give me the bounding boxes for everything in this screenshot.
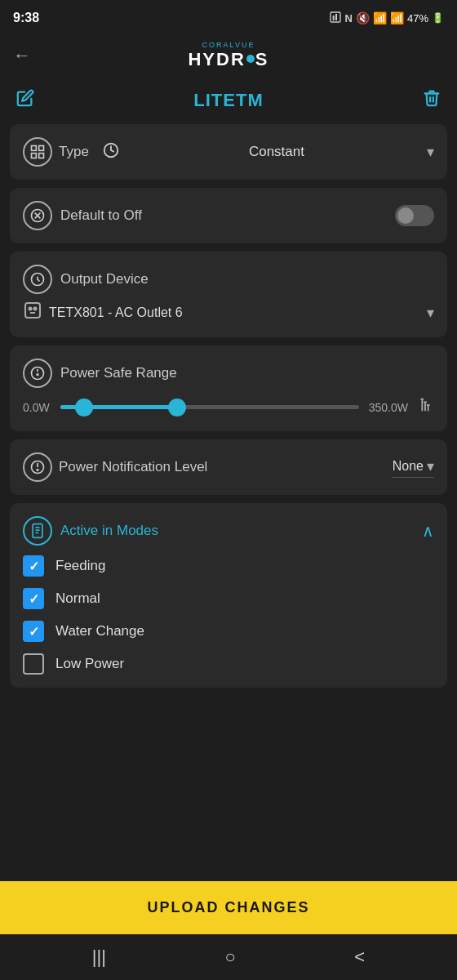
delete-icon[interactable]: [423, 89, 441, 112]
list-item[interactable]: ✓ Feeding: [23, 555, 434, 577]
status-icons: N 🔇 📶 📶 47% 🔋: [329, 11, 444, 26]
modes-title: Active in Modes: [60, 523, 414, 539]
output-device-select-row[interactable]: TETX801 - AC Outlet 6 ▾: [23, 301, 434, 324]
page-header: LITETM: [0, 82, 457, 124]
menu-button[interactable]: |||: [86, 940, 113, 974]
water-change-label: Water Change: [55, 623, 144, 639]
modes-icon: [23, 516, 52, 546]
type-label: Type: [59, 144, 89, 160]
water-change-checkbox[interactable]: ✓: [23, 621, 44, 642]
svg-point-14: [34, 308, 37, 310]
home-button[interactable]: ○: [219, 940, 242, 974]
power-safe-range-row: 0.0W 350.0W: [23, 396, 434, 418]
status-time: 9:38: [13, 11, 39, 25]
output-device-value: TETX801 - AC Outlet 6: [49, 305, 420, 320]
type-chevron-icon: ▾: [427, 143, 434, 161]
active-modes-card: Active in Modes ∧ ✓ Feeding ✓ Normal: [10, 503, 447, 688]
check-icon: ✓: [29, 624, 39, 639]
type-card: Type Constant ▾: [10, 124, 447, 180]
svg-rect-3: [32, 146, 37, 151]
nfc-icon: N: [345, 12, 353, 24]
output-device-chevron-icon: ▾: [427, 304, 434, 322]
logo-main: HYDRS: [188, 49, 268, 70]
type-value: Constant: [249, 144, 304, 160]
svg-rect-6: [32, 154, 37, 158]
power-notification-icon: [23, 452, 52, 482]
power-notification-value: None: [393, 459, 424, 474]
range-columns-icon[interactable]: [416, 396, 434, 418]
upload-changes-button[interactable]: UPLOAD CHANGES: [0, 881, 457, 934]
power-notification-card: Power Notification Level None ▾: [10, 439, 447, 495]
power-notification-row: Power Notification Level None ▾: [23, 452, 434, 482]
default-off-icon: [23, 201, 52, 230]
power-safe-header: Power Safe Range: [23, 359, 434, 388]
type-icon-power: [102, 141, 120, 163]
logo-sub: CORALVUE: [202, 41, 255, 49]
svg-rect-2: [335, 14, 337, 20]
wifi-icon: 📶: [373, 11, 387, 24]
battery-icon: 🔋: [432, 12, 444, 24]
range-min-value: 0.0W: [23, 401, 52, 414]
modes-list: ✓ Feeding ✓ Normal ✓ Water Change: [23, 555, 434, 675]
range-slider[interactable]: [60, 399, 359, 416]
output-device-icon: [23, 265, 52, 294]
normal-label: Normal: [55, 590, 100, 607]
type-icon: [23, 137, 52, 167]
mute-icon: 🔇: [356, 11, 370, 24]
low-power-checkbox[interactable]: [23, 653, 44, 675]
output-device-card: Output Device TETX801 - AC Outlet 6 ▾: [10, 252, 447, 337]
signal-icon: 📶: [390, 11, 404, 24]
logo: CORALVUE HYDRS: [188, 41, 268, 70]
main-content: Type Constant ▾ Default to: [0, 124, 457, 881]
low-power-label: Low Power: [55, 656, 124, 672]
power-notification-chevron-icon: ▾: [427, 457, 434, 475]
power-notification-label: Power Notification Level: [59, 459, 386, 475]
check-icon: ✓: [29, 591, 39, 607]
output-device-label: Output Device: [60, 271, 434, 287]
battery-percent: 47%: [407, 12, 428, 24]
list-item[interactable]: ✓ Normal: [23, 588, 434, 609]
power-notification-select[interactable]: None ▾: [393, 457, 434, 478]
top-nav: ← CORALVUE HYDRS: [0, 33, 457, 82]
edit-icon[interactable]: [16, 89, 34, 112]
default-off-row: Default to Off: [23, 201, 434, 230]
type-row[interactable]: Type Constant ▾: [23, 137, 434, 167]
sim-icon: [329, 11, 342, 26]
default-off-toggle[interactable]: [395, 205, 434, 226]
slider-thumb-left[interactable]: [75, 399, 93, 416]
svg-rect-1: [332, 16, 334, 20]
svg-rect-4: [39, 146, 44, 151]
svg-point-13: [29, 308, 32, 310]
power-safe-range-card: Power Safe Range 0.0W 350.0W: [10, 345, 447, 431]
output-device-header: Output Device: [23, 265, 434, 294]
feeding-label: Feeding: [55, 558, 105, 574]
list-item[interactable]: ✓ Water Change: [23, 621, 434, 642]
default-off-card: Default to Off: [10, 188, 447, 243]
output-device-select[interactable]: TETX801 - AC Outlet 6 ▾: [23, 301, 434, 324]
power-safe-label: Power Safe Range: [60, 365, 434, 381]
back-button[interactable]: ←: [13, 45, 31, 66]
range-max-value: 350.0W: [367, 401, 408, 414]
modes-chevron-icon: ∧: [422, 521, 434, 541]
power-safe-icon: [23, 359, 52, 388]
list-item[interactable]: Low Power: [23, 653, 434, 675]
page-title: LITETM: [193, 90, 263, 111]
outlet-icon: [23, 301, 42, 324]
status-bar: 9:38 N 🔇 📶 📶 47% 🔋: [0, 0, 457, 33]
active-modes-header[interactable]: Active in Modes ∧: [23, 516, 434, 546]
back-nav-button[interactable]: <: [348, 940, 371, 974]
svg-point-16: [37, 374, 38, 376]
bottom-nav: ||| ○ <: [0, 934, 457, 980]
type-select[interactable]: Constant ▾: [95, 141, 434, 163]
svg-point-24: [37, 470, 38, 471]
svg-rect-5: [39, 154, 44, 158]
slider-thumb-right[interactable]: [168, 399, 186, 416]
svg-rect-12: [25, 303, 40, 318]
default-off-label: Default to Off: [60, 207, 387, 224]
check-icon: ✓: [29, 559, 39, 574]
feeding-checkbox[interactable]: ✓: [23, 555, 44, 577]
normal-checkbox[interactable]: ✓: [23, 588, 44, 609]
toggle-knob: [397, 207, 414, 224]
